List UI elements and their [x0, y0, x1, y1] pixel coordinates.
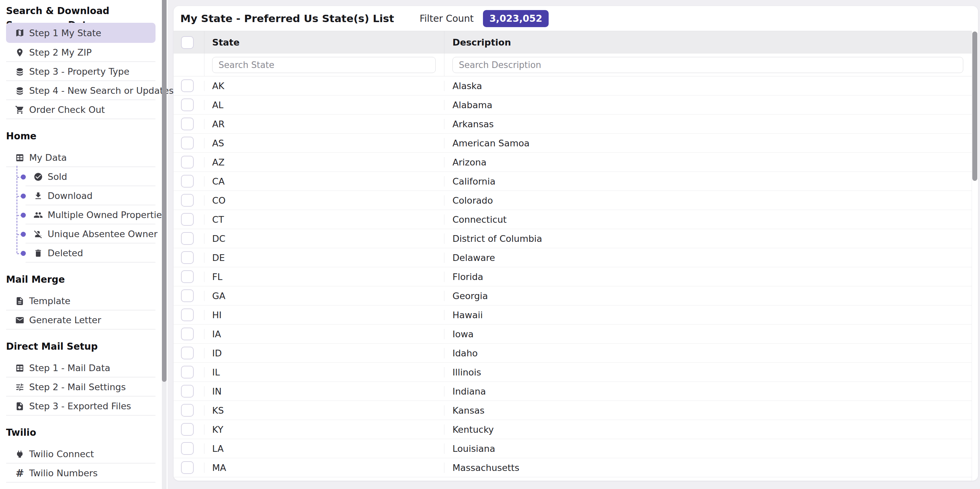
sidebar-item-multiple-owned-properties[interactable]: Multiple Owned Properties [6, 205, 156, 224]
table-row[interactable]: ARArkansas [173, 114, 972, 133]
table-row[interactable]: DEDelaware [173, 248, 972, 267]
row-checkbox[interactable] [181, 385, 194, 398]
row-checkbox[interactable] [181, 404, 194, 417]
sidebar-item-twilio-numbers[interactable]: #Twilio Numbers [6, 464, 156, 483]
row-checkbox[interactable] [181, 442, 194, 455]
row-checkbox[interactable] [181, 308, 194, 321]
tree-bullet [21, 213, 26, 218]
table-row[interactable]: KYKentucky [173, 420, 972, 439]
sidebar-section-home: HomeMy DataSoldDownloadMultiple Owned Pr… [6, 129, 167, 263]
row-checkbox[interactable] [181, 156, 194, 168]
row-checkbox-cell [173, 404, 204, 417]
table-row[interactable]: ALAlabama [173, 95, 972, 114]
table-row[interactable]: HIHawaii [173, 305, 972, 325]
table-row[interactable]: FLFlorida [173, 267, 972, 286]
filter-description-cell [444, 54, 972, 76]
row-checkbox[interactable] [181, 175, 194, 187]
sidebar-item-unique-absentee-owner[interactable]: Unique Absentee Owner [6, 224, 156, 243]
sidebar-item-step-3-property-type[interactable]: Step 3 - Property Type [6, 62, 156, 81]
table-row[interactable]: AKAlaska [173, 76, 972, 95]
sidebar-item-step-1-mail-data[interactable]: Step 1 - Mail Data [6, 358, 156, 378]
table-row[interactable]: INIndiana [173, 382, 972, 401]
row-checkbox[interactable] [181, 117, 194, 130]
row-description: Colorado [444, 195, 972, 206]
filter-state-cell [204, 54, 444, 76]
table-row[interactable]: COColorado [173, 191, 972, 210]
sidebar-item-sold[interactable]: Sold [6, 167, 156, 186]
table-row[interactable]: ASAmerican Samoa [173, 133, 972, 153]
row-description: Iowa [444, 329, 972, 339]
row-checkbox-cell [173, 423, 204, 436]
table-row[interactable]: ILIllinois [173, 363, 972, 382]
row-description: Alaska [444, 81, 972, 91]
table-row[interactable]: IAIowa [173, 325, 972, 344]
sidebar-item-deleted[interactable]: Deleted [6, 243, 156, 263]
table-row[interactable]: IDIdaho [173, 344, 972, 363]
row-description: Florida [444, 271, 972, 282]
row-checkbox[interactable] [181, 232, 194, 245]
sidebar-item-my-data[interactable]: My Data [6, 148, 156, 167]
row-checkbox-cell [173, 232, 204, 245]
row-checkbox[interactable] [181, 213, 194, 226]
download-icon [33, 191, 43, 201]
table-row[interactable]: CTConnecticut [173, 210, 972, 229]
sidebar-item-download[interactable]: Download [6, 186, 156, 205]
row-description: Georgia [444, 291, 972, 301]
select-all-cell [173, 31, 204, 54]
table-scrollbar-thumb[interactable] [972, 32, 977, 181]
row-state: MA [204, 462, 444, 473]
sidebar-item-step-3-exported-files[interactable]: Step 3 - Exported Files [6, 397, 156, 416]
table-row[interactable]: CACalifornia [173, 172, 972, 191]
sidebar-item-label: Step 2 My ZIP [29, 47, 92, 58]
table-row[interactable]: MAMassachusetts [173, 458, 972, 477]
row-checkbox[interactable] [181, 194, 194, 206]
row-checkbox-cell [173, 98, 204, 111]
sidebar: Search & Download Successors DataStep 1 … [0, 0, 167, 489]
row-checkbox[interactable] [181, 251, 194, 264]
column-header-description[interactable]: Description [444, 31, 972, 54]
row-state: KS [204, 405, 444, 416]
sidebar-item-label: Generate Letter [29, 315, 101, 325]
table-header-row: State Description [173, 31, 972, 54]
row-checkbox[interactable] [181, 347, 194, 359]
map-icon [15, 28, 24, 38]
check-circle-icon [33, 172, 43, 181]
row-checkbox[interactable] [181, 137, 194, 149]
main-card: My State - Preferred Us State(s) List Fi… [173, 6, 978, 481]
row-state: AR [204, 119, 444, 129]
table-row[interactable]: LALouisiana [173, 439, 972, 458]
sidebar-item-step-2-my-zip[interactable]: Step 2 My ZIP [6, 43, 156, 62]
row-checkbox[interactable] [181, 289, 194, 302]
row-checkbox[interactable] [181, 327, 194, 340]
sidebar-item-step-4-new-search-or-updates[interactable]: Step 4 - New Search or Updates [6, 81, 156, 100]
sidebar-item-order-check-out[interactable]: Order Check Out [6, 100, 156, 119]
column-header-state[interactable]: State [204, 31, 444, 54]
row-checkbox[interactable] [181, 98, 194, 111]
sidebar-item-label: Step 3 - Exported Files [29, 401, 131, 411]
row-state: CT [204, 214, 444, 225]
search-state-input[interactable] [212, 57, 436, 73]
file-export-icon [15, 402, 24, 411]
row-state: AK [204, 81, 444, 91]
table-row[interactable]: AZArizona [173, 153, 972, 172]
sidebar-item-generate-letter[interactable]: Generate Letter [6, 311, 156, 330]
sidebar-item-step-2-mail-settings[interactable]: Step 2 - Mail Settings [6, 378, 156, 397]
row-checkbox[interactable] [181, 366, 194, 378]
row-description: Louisiana [444, 443, 972, 454]
row-description: Indiana [444, 386, 972, 397]
row-state: GA [204, 291, 444, 301]
table-row[interactable]: KSKansas [173, 401, 972, 420]
sidebar-item-step-1-my-state[interactable]: Step 1 My State [6, 23, 156, 43]
sidebar-item-template[interactable]: Template [6, 291, 156, 311]
table-row[interactable]: DCDistrict of Columbia [173, 229, 972, 248]
search-description-input[interactable] [452, 57, 963, 73]
trash-icon [33, 249, 43, 258]
row-checkbox[interactable] [181, 79, 194, 92]
select-all-checkbox[interactable] [181, 36, 194, 49]
sidebar-item-twilio-connect[interactable]: Twilio Connect [6, 445, 156, 464]
sidebar-scrollbar-thumb[interactable] [162, 0, 167, 382]
table-row[interactable]: GAGeorgia [173, 286, 972, 305]
row-checkbox[interactable] [181, 423, 194, 436]
row-checkbox[interactable] [181, 270, 194, 283]
row-checkbox[interactable] [181, 461, 194, 474]
